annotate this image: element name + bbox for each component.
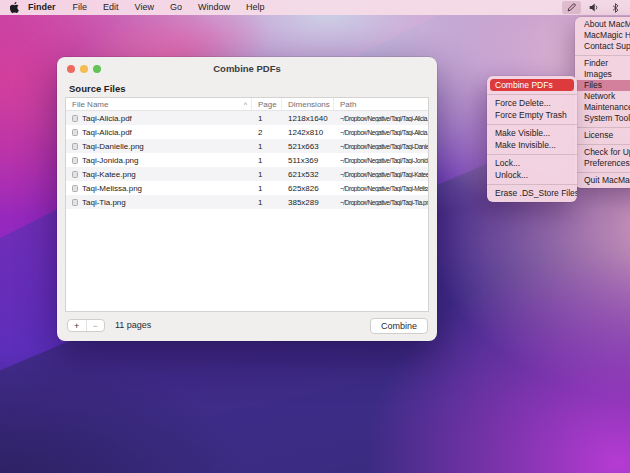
file-icon <box>72 171 78 178</box>
file-icon <box>72 185 78 192</box>
file-name-header-label: File Name <box>72 100 108 109</box>
cell-file-name: Taqi-Tia.png <box>82 198 126 207</box>
desktop: Finder File Edit View Go Window Help <box>0 0 630 473</box>
cell-dimensions: 1218x1640 <box>282 114 334 123</box>
submenu-item-combine-pdfs[interactable]: Combine PDFs <box>490 79 574 91</box>
column-header-page[interactable]: Page <box>252 98 282 110</box>
menu-separator <box>487 184 577 185</box>
table-row[interactable]: Taqi-Jonida.png 1 511x369 ~/Dropbox/Nega… <box>66 153 428 167</box>
cell-page: 1 <box>252 114 282 123</box>
cell-page: 1 <box>252 142 282 151</box>
menu-separator <box>487 124 577 125</box>
window-footer: + − 11 pages Combine <box>57 313 437 341</box>
file-icon <box>72 157 78 164</box>
file-icon <box>72 129 78 136</box>
cell-path: ~/Dropbox/Negative/Taqi/Taqi-Tia.png <box>334 199 428 206</box>
cell-page: 1 <box>252 170 282 179</box>
combine-button[interactable]: Combine <box>370 318 428 334</box>
source-files-label: Source Files <box>69 83 126 94</box>
menu-item-maintenance[interactable]: Maintenance <box>575 102 630 113</box>
cell-page: 1 <box>252 198 282 207</box>
menu-item-macmagic-help[interactable]: MacMagic Help <box>575 30 630 41</box>
cell-path: ~/Dropbox/Negative/Taqi/Taqi-Alicia.pdf <box>334 115 428 122</box>
cell-path: ~/Dropbox/Negative/Taqi/Taqi-Melissa.png <box>334 185 428 192</box>
menubar-item-window[interactable]: Window <box>190 0 238 15</box>
add-remove-control: + − <box>67 319 105 332</box>
column-header-dimensions[interactable]: Dimensions <box>282 98 334 110</box>
table-row[interactable]: Taqi-Katee.png 1 621x532 ~/Dropbox/Negat… <box>66 167 428 181</box>
page-count-label: 11 pages <box>115 320 151 330</box>
volume-icon[interactable] <box>584 1 604 14</box>
remove-file-button[interactable]: − <box>86 320 105 331</box>
menu-separator <box>575 144 630 145</box>
submenu-item-force-delete[interactable]: Force Delete... <box>487 97 577 109</box>
menubar-item-file[interactable]: File <box>65 0 96 15</box>
source-files-table: File Name ^ Page Dimensions Path Taqi-Al… <box>65 97 429 312</box>
submenu-item-make-visible[interactable]: Make Visible... <box>487 127 577 139</box>
menu-item-files[interactable]: Files <box>575 80 630 91</box>
submenu-item-erase-ds-store-files[interactable]: Erase .DS_Store Files... <box>487 187 577 199</box>
cell-dimensions: 1242x810 <box>282 128 334 137</box>
file-icon <box>72 199 78 206</box>
cell-file-name: Taqi-Katee.png <box>82 170 136 179</box>
table-row[interactable]: Taqi-Melissa.png 1 625x826 ~/Dropbox/Neg… <box>66 181 428 195</box>
table-row[interactable]: Taqi-Danielle.png 1 521x663 ~/Dropbox/Ne… <box>66 139 428 153</box>
menubar-app-menu[interactable]: Finder <box>28 0 65 15</box>
cell-dimensions: 511x369 <box>282 156 334 165</box>
menu-item-about-macmagic[interactable]: About MacMagic <box>575 19 630 30</box>
window-title: Combine PDFs <box>57 57 437 80</box>
cell-dimensions: 625x826 <box>282 184 334 193</box>
table-row[interactable]: Taqi-Alicia.pdf 2 1242x810 ~/Dropbox/Neg… <box>66 125 428 139</box>
cell-file-name: Taqi-Jonida.png <box>82 156 138 165</box>
menu-item-quit-macmagic[interactable]: Quit MacMagic <box>575 175 630 186</box>
cell-path: ~/Dropbox/Negative/Taqi/Taqi-Jonida.png <box>334 157 428 164</box>
menu-separator <box>575 172 630 173</box>
submenu-item-lock[interactable]: Lock... <box>487 157 577 169</box>
table-row[interactable]: Taqi-Tia.png 1 385x289 ~/Dropbox/Negativ… <box>66 195 428 209</box>
menu-item-images[interactable]: Images <box>575 69 630 80</box>
combine-pdfs-window: Combine PDFs Source Files File Name ^ Pa… <box>57 57 437 341</box>
menu-item-finder[interactable]: Finder <box>575 58 630 69</box>
menubar-item-edit[interactable]: Edit <box>95 0 127 15</box>
add-file-button[interactable]: + <box>68 320 86 331</box>
cell-page: 1 <box>252 184 282 193</box>
column-header-file-name[interactable]: File Name ^ <box>66 98 252 110</box>
menu-item-check-for-updates[interactable]: Check for Updates <box>575 147 630 158</box>
table-row[interactable]: Taqi-Alicia.pdf 1 1218x1640 ~/Dropbox/Ne… <box>66 111 428 125</box>
menubar-item-view[interactable]: View <box>127 0 162 15</box>
menu-separator <box>487 94 577 95</box>
submenu-item-force-empty-trash[interactable]: Force Empty Trash <box>487 109 577 121</box>
cell-path: ~/Dropbox/Negative/Taqi/Taqi-Danielle.pn… <box>334 143 428 150</box>
menubar-item-help[interactable]: Help <box>238 0 273 15</box>
menubar-item-go[interactable]: Go <box>162 0 190 15</box>
menu-bar: Finder File Edit View Go Window Help <box>0 0 630 15</box>
submenu-item-unlock[interactable]: Unlock... <box>487 169 577 181</box>
menu-separator <box>487 154 577 155</box>
column-header-path[interactable]: Path <box>334 98 428 110</box>
apple-icon[interactable] <box>10 2 19 13</box>
cell-dimensions: 521x663 <box>282 142 334 151</box>
submenu-item-make-invisible[interactable]: Make Invisible... <box>487 139 577 151</box>
traffic-lights <box>67 65 101 73</box>
cell-file-name: Taqi-Alicia.pdf <box>82 128 132 137</box>
cell-dimensions: 385x289 <box>282 198 334 207</box>
menu-item-license[interactable]: License <box>575 130 630 141</box>
cell-file-name: Taqi-Alicia.pdf <box>82 114 132 123</box>
menu-item-system-tools[interactable]: System Tools <box>575 113 630 124</box>
menu-item-preferences[interactable]: Preferences... <box>575 158 630 169</box>
window-titlebar[interactable]: Combine PDFs <box>57 57 437 80</box>
file-icon <box>72 115 78 122</box>
cell-file-name: Taqi-Danielle.png <box>82 142 144 151</box>
cell-page: 2 <box>252 128 282 137</box>
menu-item-contact-support[interactable]: Contact Support <box>575 41 630 52</box>
cell-file-name: Taqi-Melissa.png <box>82 184 142 193</box>
table-header: File Name ^ Page Dimensions Path <box>66 98 428 111</box>
close-button[interactable] <box>67 65 75 73</box>
zoom-button[interactable] <box>93 65 101 73</box>
pencil-icon[interactable] <box>562 1 581 14</box>
bluetooth-icon[interactable] <box>607 1 624 14</box>
file-icon <box>72 143 78 150</box>
minimize-button[interactable] <box>80 65 88 73</box>
menu-separator <box>575 55 630 56</box>
menu-item-network[interactable]: Network <box>575 91 630 102</box>
